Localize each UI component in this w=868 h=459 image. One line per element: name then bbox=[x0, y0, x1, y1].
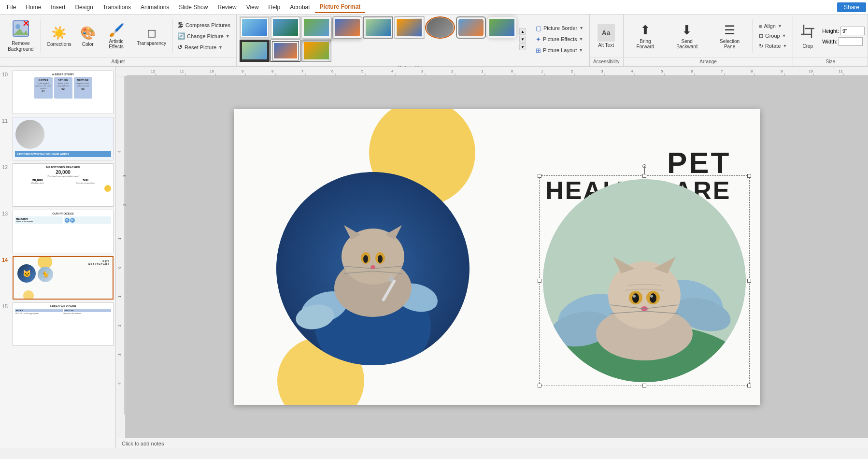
share-button[interactable]: Share bbox=[837, 2, 866, 12]
group-icon: ⊡ bbox=[759, 33, 763, 39]
menu-view[interactable]: View bbox=[242, 2, 264, 13]
transparency-button[interactable]: ◻ Transparency bbox=[133, 24, 170, 48]
send-backward-button[interactable]: ⬇ Send Backward bbox=[666, 21, 708, 51]
menu-slideshow[interactable]: Slide Show bbox=[174, 2, 213, 13]
accessibility-label: Accessibility bbox=[590, 57, 623, 66]
artistic-effects-button[interactable]: 🖌️ Artistic Effects bbox=[100, 21, 132, 51]
svg-text:1: 1 bbox=[541, 69, 543, 73]
picture-styles-section: ▲ ▼ ▼ ▢ Picture Border ▼ ✦ Picture Effec… bbox=[237, 14, 590, 66]
bring-forward-label: Bring Forward bbox=[630, 39, 661, 49]
svg-text:1: 1 bbox=[117, 295, 122, 298]
color-icon: 🎨 bbox=[80, 26, 96, 41]
svg-text:9: 9 bbox=[242, 69, 244, 73]
menu-animations[interactable]: Animations bbox=[136, 2, 174, 13]
svg-text:5: 5 bbox=[361, 69, 364, 73]
slide-11[interactable]: 11 A PICTURE IS WORTH A THOUSAND WORDS bbox=[2, 117, 114, 160]
width-input[interactable] bbox=[839, 37, 863, 46]
menu-picture-format[interactable]: Picture Format bbox=[315, 1, 366, 13]
picture-style-11[interactable] bbox=[270, 40, 300, 62]
notes-bar[interactable]: Click to add notes bbox=[116, 438, 868, 448]
svg-point-106 bbox=[633, 295, 636, 298]
svg-text:2: 2 bbox=[571, 69, 573, 73]
slide-14[interactable]: 14 PET HEALTHCARE 🐱 🐈 bbox=[2, 256, 114, 300]
picture-style-4[interactable] bbox=[332, 16, 362, 39]
reset-picture-button[interactable]: ↺ Reset Picture ▼ bbox=[174, 42, 233, 52]
bring-forward-icon: ⬆ bbox=[640, 23, 651, 38]
slide-10[interactable]: 10 A BRIEF STORY JUPITER is the biggest … bbox=[2, 71, 114, 114]
svg-text:8: 8 bbox=[751, 69, 753, 73]
crop-icon bbox=[800, 24, 815, 43]
slide-15[interactable]: 15 AREAS WE COVER AREA A JUPITER - as th… bbox=[2, 302, 114, 346]
cat-photo-left[interactable] bbox=[276, 172, 470, 365]
picture-layout-button[interactable]: ⊞ Picture Layout ▼ bbox=[534, 45, 585, 56]
svg-point-105 bbox=[650, 293, 656, 303]
menu-file[interactable]: File bbox=[2, 2, 21, 13]
picture-border-button[interactable]: ▢ Picture Border ▼ bbox=[534, 23, 585, 33]
alt-text-button[interactable]: Aa Alt Text bbox=[594, 22, 619, 50]
align-label: Align bbox=[764, 23, 776, 29]
picture-style-1[interactable] bbox=[240, 16, 270, 39]
picture-style-2[interactable] bbox=[270, 16, 300, 39]
group-button[interactable]: ⊡ Group ▼ bbox=[756, 31, 790, 41]
slide-13[interactable]: 13 OUR PROCESS MERCURY Venus is the hott… bbox=[2, 210, 114, 253]
menu-home[interactable]: Home bbox=[21, 2, 46, 13]
selection-pane-icon: ☰ bbox=[724, 23, 735, 38]
corrections-button[interactable]: ☀️ Corrections bbox=[43, 24, 75, 49]
color-button[interactable]: 🎨 Color bbox=[76, 24, 100, 49]
picture-style-6[interactable] bbox=[394, 16, 424, 39]
style-scroll-more[interactable]: ▼ bbox=[519, 43, 526, 50]
picture-style-3[interactable] bbox=[301, 16, 331, 39]
picture-effects-button[interactable]: ✦ Picture Effects ▼ bbox=[534, 34, 585, 44]
compress-pictures-button[interactable]: 🗜 Compress Pictures bbox=[174, 20, 233, 30]
picture-layout-icon: ⊞ bbox=[536, 47, 541, 54]
title-pet: PET bbox=[545, 148, 731, 178]
menu-transitions[interactable]: Transitions bbox=[98, 2, 136, 13]
menu-review[interactable]: Review bbox=[213, 2, 241, 13]
picture-style-9[interactable] bbox=[487, 16, 517, 39]
arrange-section: ⬆ Bring Forward ⬇ Send Backward ☰ Select… bbox=[624, 14, 794, 66]
rotate-button[interactable]: ↻ Rotate ▼ bbox=[756, 42, 790, 51]
picture-style-7[interactable] bbox=[425, 16, 455, 39]
crop-button[interactable]: Crop bbox=[796, 22, 819, 51]
canvas-inner[interactable]: PET HEALTHCARE bbox=[126, 76, 868, 438]
menu-acrobat[interactable]: Acrobat bbox=[285, 2, 314, 13]
remove-background-button[interactable]: Remove Background bbox=[3, 18, 39, 54]
picture-style-12[interactable] bbox=[301, 40, 331, 62]
selection-pane-button[interactable]: ☰ Selection Pane bbox=[710, 21, 750, 51]
svg-text:9: 9 bbox=[781, 69, 783, 73]
svg-point-107 bbox=[650, 295, 653, 298]
picture-style-5[interactable] bbox=[363, 16, 393, 39]
svg-point-2 bbox=[15, 24, 20, 29]
picture-style-10[interactable] bbox=[240, 40, 270, 62]
bring-forward-button[interactable]: ⬆ Bring Forward bbox=[626, 21, 665, 51]
svg-text:10: 10 bbox=[210, 69, 214, 73]
slide-12-num: 12 bbox=[2, 163, 11, 207]
picture-layout-label: Picture Layout bbox=[543, 47, 577, 53]
crop-label: Crop bbox=[802, 43, 813, 49]
svg-text:4: 4 bbox=[117, 382, 122, 385]
picture-border-label: Picture Border bbox=[543, 25, 577, 31]
change-picture-button[interactable]: 🔄 Change Picture ▼ bbox=[174, 31, 233, 41]
cat-photo-right-container bbox=[543, 179, 746, 382]
slide-12[interactable]: 12 MILESTONES REACHED 20,000 Pets have b… bbox=[2, 163, 114, 207]
size-section: Crop Height: Width: Size bbox=[793, 14, 868, 66]
slide-13-num: 13 bbox=[2, 210, 11, 253]
artistic-effects-label: Artistic Effects bbox=[104, 39, 128, 49]
align-button[interactable]: ≡ Align ▼ bbox=[756, 22, 790, 30]
transparency-icon: ◻ bbox=[147, 26, 157, 40]
style-scroll-up[interactable]: ▲ bbox=[519, 28, 526, 35]
ruler-left: 6 5 4 3 2 1 0 1 2 3 4 bbox=[116, 76, 126, 438]
picture-style-8[interactable] bbox=[456, 16, 486, 39]
svg-text:3: 3 bbox=[421, 69, 424, 73]
cat-photo-right[interactable] bbox=[543, 179, 746, 382]
compress-icon: 🗜 bbox=[177, 21, 184, 29]
svg-text:5: 5 bbox=[116, 126, 117, 129]
menu-design[interactable]: Design bbox=[70, 2, 98, 13]
menu-help[interactable]: Help bbox=[264, 2, 285, 13]
svg-text:10: 10 bbox=[809, 69, 813, 73]
menu-insert[interactable]: Insert bbox=[46, 2, 70, 13]
svg-point-104 bbox=[632, 293, 639, 303]
height-input[interactable] bbox=[840, 27, 865, 35]
svg-text:1: 1 bbox=[481, 69, 484, 73]
style-scroll-down[interactable]: ▼ bbox=[519, 36, 526, 43]
